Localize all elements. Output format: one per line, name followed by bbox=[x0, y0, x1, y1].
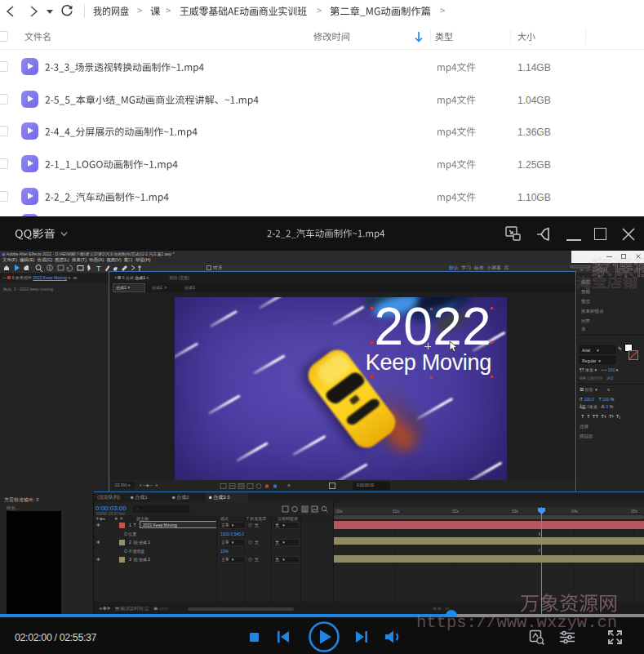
svg-text:T: T bbox=[96, 265, 101, 272]
